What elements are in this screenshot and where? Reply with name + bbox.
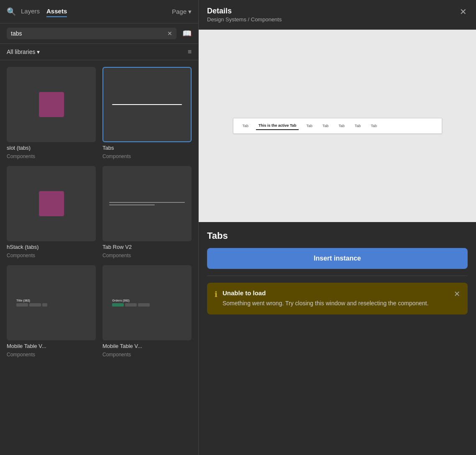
error-message: Something went wrong. Try closing this w…	[223, 299, 449, 308]
book-icon[interactable]: 📖	[182, 29, 192, 38]
component-thumbnail-hstack-tabs	[7, 166, 96, 241]
assets-nav-item[interactable]: Assets	[46, 6, 67, 17]
tab-row-line-1	[109, 202, 185, 203]
top-bar: 🔍 Layers Assets Page ▾	[0, 0, 198, 23]
component-thumbnail-mobile-table-2: Orders (382)	[102, 265, 192, 340]
component-source-mobile-table-1: Components	[7, 352, 96, 358]
search-icon[interactable]: 🔍	[7, 7, 16, 16]
component-card-tabs[interactable]: Tabs Components	[102, 67, 192, 159]
component-card-slot-tabs[interactable]: slot (tabs) Components	[7, 67, 96, 159]
filter-box	[16, 303, 28, 307]
tab-row-preview	[109, 202, 185, 205]
preview-tab-1: Tab	[240, 122, 251, 130]
table-preview-1: Title (382)	[16, 299, 86, 307]
merge-all-box	[138, 303, 150, 307]
top-nav: Layers Assets	[21, 6, 167, 17]
pink-square-icon	[39, 92, 64, 117]
component-name-mobile-table-1: Mobile Table V...	[7, 343, 96, 349]
tab-row-line-2	[109, 204, 155, 205]
page-selector[interactable]: Page ▾	[172, 8, 192, 15]
preview-tab-4: Tab	[336, 122, 347, 130]
preview-tab-2: Tab	[304, 122, 315, 130]
component-source-slot-tabs: Components	[7, 153, 96, 159]
component-card-mobile-table-1[interactable]: Title (382) Mobile Table V... Components	[7, 265, 96, 358]
component-name-mobile-table-2: Mobile Table V...	[102, 343, 192, 349]
component-thumbnail-slot-tabs	[7, 67, 96, 142]
component-card-mobile-table-2[interactable]: Orders (382) Mobile Table V... Component…	[102, 265, 192, 358]
details-title-group: Details Design Systems / Components	[207, 7, 282, 23]
component-source-tab-row-v2: Components	[102, 253, 192, 258]
page-chevron-icon: ▾	[188, 8, 192, 15]
table-title-1: Title (382)	[16, 299, 86, 302]
preview-area: Tab This is the active Tab Tab Tab Tab T…	[199, 30, 476, 222]
bottom-info: Tabs Insert instance ℹ Unable to load So…	[199, 222, 476, 455]
error-banner: ℹ Unable to load Something went wrong. T…	[207, 283, 468, 314]
details-header: Details Design Systems / Components ✕	[199, 0, 476, 30]
preview-tab-5: Tab	[352, 122, 363, 130]
views-box	[29, 303, 41, 307]
details-breadcrumb: Design Systems / Components	[207, 16, 282, 23]
list-view-icon[interactable]: ≡	[188, 48, 192, 56]
component-name-hstack-tabs: hStack (tabs)	[7, 244, 96, 250]
preview-tab-active: This is the active Tab	[256, 122, 299, 130]
layers-nav-item[interactable]: Layers	[21, 6, 40, 17]
quick-order-box	[125, 303, 137, 307]
table-preview-2: Orders (382)	[112, 299, 182, 307]
clear-search-icon[interactable]: ✕	[167, 30, 172, 37]
divider	[207, 276, 468, 276]
table-toolbar-1	[16, 303, 86, 307]
preview-tab-6: Tab	[368, 122, 379, 130]
component-thumbnail-mobile-table-1: Title (382)	[7, 265, 96, 340]
table-toolbar-2	[112, 303, 182, 307]
component-name-tab-row-v2: Tab Row V2	[102, 244, 192, 250]
error-info-icon: ℹ	[215, 290, 218, 299]
extra-box	[42, 303, 47, 307]
component-card-hstack-tabs[interactable]: hStack (tabs) Components	[7, 166, 96, 258]
details-close-button[interactable]: ✕	[459, 7, 468, 17]
block-order-box	[112, 303, 124, 307]
tabs-line-preview	[112, 104, 182, 105]
preview-component: Tab This is the active Tab Tab Tab Tab T…	[233, 118, 442, 134]
left-panel: 🔍 Layers Assets Page ▾ ✕ 📖 All libraries…	[0, 0, 199, 455]
component-grid: slot (tabs) Components Tabs Components h…	[0, 60, 198, 455]
search-input[interactable]	[11, 30, 167, 37]
insert-instance-button[interactable]: Insert instance	[207, 248, 468, 269]
all-libraries-label: All libraries	[7, 49, 35, 55]
component-thumbnail-tabs	[102, 67, 192, 142]
component-name-slot-tabs: slot (tabs)	[7, 145, 96, 151]
component-big-title: Tabs	[207, 230, 468, 241]
details-title: Details	[207, 7, 282, 15]
search-input-wrapper: ✕	[7, 28, 177, 39]
error-content: Unable to load Something went wrong. Try…	[223, 289, 449, 308]
component-thumbnail-tab-row-v2	[102, 166, 192, 241]
search-bar: ✕ 📖	[0, 23, 198, 44]
table-title-2: Orders (382)	[112, 299, 182, 302]
component-source-tabs: Components	[102, 153, 192, 159]
component-source-hstack-tabs: Components	[7, 253, 96, 258]
component-name-tabs: Tabs	[102, 145, 192, 151]
all-libraries-button[interactable]: All libraries ▾	[7, 49, 40, 55]
right-panel: Details Design Systems / Components ✕ Ta…	[199, 0, 476, 455]
error-close-button[interactable]: ✕	[454, 289, 460, 299]
page-label: Page	[172, 8, 187, 15]
filter-bar: All libraries ▾ ≡	[0, 44, 198, 60]
preview-tab-3: Tab	[320, 122, 331, 130]
component-source-mobile-table-2: Components	[102, 352, 192, 358]
component-card-tab-row-v2[interactable]: Tab Row V2 Components	[102, 166, 192, 258]
error-title: Unable to load	[223, 289, 449, 297]
pink-square-icon-2	[39, 191, 64, 216]
libraries-chevron-icon: ▾	[37, 49, 40, 55]
